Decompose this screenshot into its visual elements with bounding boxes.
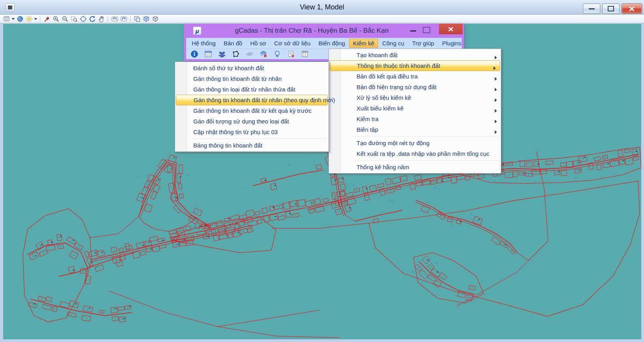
info-icon — [190, 50, 198, 58]
submenu-item-5[interactable]: Gán đối tượng sử dụng theo loại đất — [175, 116, 329, 127]
close-icon — [629, 6, 635, 11]
dropdown-item-12[interactable]: Thống kê hằng năm — [329, 162, 501, 172]
hide-labels-button[interactable] — [245, 50, 254, 58]
zoom-out-icon — [62, 15, 69, 22]
dropdown-item-label: Xử lý số liệu kiểm kê — [357, 94, 411, 101]
submenu-item-label: Gán thông tin khoanh đất từ nhãn (theo q… — [194, 97, 335, 103]
remove-layers-icon — [259, 50, 267, 58]
menubar-item-2[interactable]: Hồ sơ — [246, 39, 270, 48]
submenu-item-2[interactable]: Gán thông tin loại đất từ nhãn thửa đất — [175, 84, 329, 95]
thongtin-submenu: Đánh số thứ tự khoanh đấtGán thông tin k… — [175, 62, 329, 152]
view-next-button[interactable] — [119, 15, 128, 22]
copy-view-button[interactable] — [133, 15, 142, 22]
display-style-button[interactable] — [15, 15, 24, 22]
menubar-item-6[interactable]: Công cụ — [378, 39, 408, 48]
dropdown-item-label: Bản đồ kết quả điều tra — [357, 73, 418, 80]
submenu-item-label: Gán thông tin khoanh đất từ kết quả kỳ t… — [193, 107, 312, 114]
view-window: View 1, Model μ gCadas - Thị trấn Chợ Rã… — [0, 0, 644, 342]
info-button[interactable] — [190, 50, 199, 58]
menubar-item-0[interactable]: Hệ thống — [188, 39, 220, 48]
minimize-button[interactable] — [583, 4, 600, 14]
hide-labels-icon — [246, 50, 254, 58]
submenu-item-0[interactable]: Đánh số thứ tự khoanh đất — [175, 63, 329, 73]
pan-view-button[interactable] — [97, 15, 106, 22]
submenu-item-3[interactable]: Gán thông tin khoanh đất từ nhãn (theo q… — [176, 95, 328, 105]
gcadas-title: gCadas - Thị trấn Chợ Rã - Huyện Ba Bể -… — [203, 24, 421, 38]
toolbar-separator — [130, 16, 131, 22]
submenu-item-4[interactable]: Gán thông tin khoanh đất từ kết quả kỳ t… — [175, 105, 329, 116]
menubar-item-8[interactable]: Plugins — [438, 39, 465, 48]
export-doc-button[interactable] — [287, 50, 295, 58]
dropdown-item-label: Tạo đường một nét tự động — [357, 140, 429, 146]
dropdown-item-10[interactable]: Kết xuất ra tệp .data nhập vào phần mềm … — [329, 148, 501, 159]
zoom-in-button[interactable] — [51, 15, 60, 22]
copy-view-icon — [134, 15, 141, 22]
submenu-separator — [192, 138, 327, 139]
assign-users-button[interactable] — [218, 50, 226, 58]
submenu-item-1[interactable]: Gán thông tin khoanh đất từ nhãn — [175, 73, 329, 84]
menubar-item-7[interactable]: Trợ giúp — [408, 39, 438, 48]
dropdown-item-9[interactable]: Tạo đường một nét tự động — [329, 138, 501, 148]
dropdown-item-4[interactable]: Xử lý số liệu kiểm kê — [329, 92, 501, 103]
fit-view-icon — [80, 15, 87, 22]
dropdown-item-1[interactable]: Thông tin thuộc tính khoanh đất — [330, 60, 500, 71]
dropdown-item-3[interactable]: Bản đồ hiện trạng sử dụng đất — [329, 82, 501, 92]
view-attributes-button[interactable] — [2, 15, 11, 22]
export-doc-icon — [287, 50, 295, 58]
submenu-item-8[interactable]: Bảng thông tin khoanh đất — [175, 140, 329, 151]
dropdown-item-2[interactable]: Bản đồ kết quả điều tra — [329, 71, 501, 82]
menubar-item-1[interactable]: Bản đồ — [220, 39, 246, 48]
zoom-in-icon — [52, 15, 60, 22]
dropdown-item-7[interactable]: Biên tập — [329, 124, 501, 135]
dropdown-item-label: Xuất biểu kiểm kê — [357, 105, 403, 112]
menubar-item-3[interactable]: Cơ sở dữ liệu — [270, 39, 314, 48]
assign-users-icon — [218, 50, 226, 58]
window-area-button[interactable] — [69, 15, 78, 22]
view-previous-button[interactable] — [110, 15, 119, 22]
microstation-logo-icon: μ — [193, 27, 201, 35]
attr-table-button[interactable] — [204, 50, 213, 58]
update-view-icon — [43, 15, 50, 22]
dropdown-item-label: Kiểm tra — [357, 116, 379, 122]
update-view-button[interactable] — [42, 15, 51, 22]
gcadas-minimize-button[interactable] — [410, 30, 416, 32]
dropdown-item-label: Bản đồ hiện trạng sử dụng đất — [357, 84, 437, 90]
view-previous-icon — [111, 15, 118, 22]
maximize-button[interactable] — [602, 4, 620, 14]
dropdown-caret-icon[interactable] — [34, 15, 38, 22]
submenu-item-label: Đánh số thứ tự khoanh đất — [193, 65, 264, 71]
dropdown-item-6[interactable]: Kiểm tra — [329, 114, 501, 124]
column-table-button[interactable] — [301, 50, 309, 58]
create-region-button[interactable] — [231, 50, 240, 58]
brightness-button[interactable] — [24, 15, 34, 22]
dropdown-item-label: Biên tập — [357, 126, 378, 133]
dropdown-item-0[interactable]: Tạo khoanh đất — [329, 50, 501, 60]
gcadas-titlebar[interactable]: μ gCadas - Thị trấn Chợ Rã - Huyện Ba Bể… — [184, 24, 464, 38]
remove-layers-button[interactable] — [259, 50, 268, 58]
highlight-button[interactable] — [273, 50, 282, 58]
create-region-icon — [232, 50, 240, 58]
window-titlebar[interactable]: View 1, Model — [0, 0, 644, 15]
menubar-item-4[interactable]: Biến động — [314, 39, 349, 48]
display-style-icon — [17, 15, 24, 22]
rotate-view-button[interactable] — [88, 15, 97, 22]
gcadas-maximize-button[interactable] — [423, 27, 430, 33]
menubar-item-5[interactable]: Kiểm kê — [349, 39, 378, 48]
clip-volume-button[interactable] — [151, 15, 160, 22]
fit-view-button[interactable] — [78, 15, 88, 22]
pan-view-icon — [98, 15, 105, 22]
rotate-view-icon — [89, 15, 96, 22]
gcadas-close-button[interactable] — [439, 24, 463, 34]
dropdown-caret-icon[interactable] — [11, 15, 15, 22]
dropdown-item-label: Tạo khoanh đất — [357, 52, 398, 58]
zoom-out-button[interactable] — [60, 15, 69, 22]
view-next-icon — [120, 15, 127, 22]
submenu-item-6[interactable]: Cập nhật thông tin từ phụ lục 03 — [175, 127, 329, 137]
render-mode-button[interactable] — [142, 15, 151, 22]
submenu-item-label: Gán thông tin khoanh đất từ nhãn — [193, 75, 282, 82]
dropdown-item-label: Thông tin thuộc tính khoanh đất — [357, 62, 440, 69]
dropdown-item-5[interactable]: Xuất biểu kiểm kê — [329, 103, 501, 114]
kiemke-dropdown-menu: Tạo khoanh đấtThông tin thuộc tính khoan… — [329, 49, 501, 174]
render-mode-icon — [143, 15, 150, 22]
close-button[interactable] — [622, 4, 642, 14]
